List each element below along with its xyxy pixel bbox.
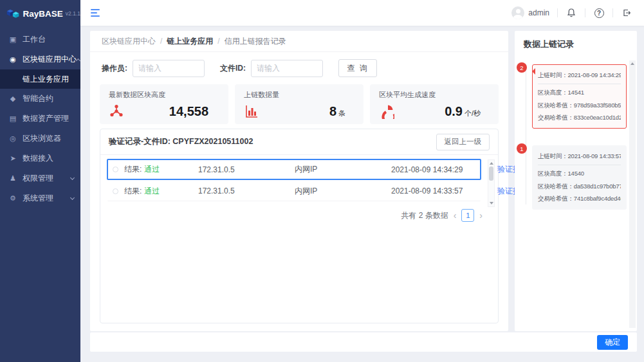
ip-type-cell: 内网IP <box>295 164 391 175</box>
ip-cell: 172.31.0.5 <box>198 165 295 174</box>
page-number[interactable]: 1 <box>461 209 474 222</box>
sidebar-item-label: 智能合约 <box>23 93 53 104</box>
table-row[interactable]: 结果: 通过 172.31.0.5 内网IP 2021-08-09 14:33:… <box>107 180 481 201</box>
sidebar-item-blockchain-center[interactable]: ◉ 区块链应用中心 <box>0 50 80 69</box>
next-page-icon[interactable]: › <box>479 210 483 221</box>
block-browser-icon: ◎ <box>8 134 17 143</box>
back-button[interactable]: 返回上一级 <box>436 134 490 150</box>
search-button[interactable]: 查 询 <box>338 59 377 77</box>
block-hash: 978d59a33f580b5f26... <box>574 101 621 109</box>
sidebar-item-label: 工作台 <box>23 34 46 45</box>
stat-card-block-height: 最新数据区块高度 <box>100 84 228 124</box>
file-id-input[interactable] <box>251 60 323 77</box>
brand-logo: RayBASE v2.1.1 <box>0 0 80 27</box>
chevron-up-icon <box>76 58 80 62</box>
sidebar-item-label: 数据资产管理 <box>23 113 69 124</box>
sidebar-item-label: 系统管理 <box>23 193 53 204</box>
result-status: 通过 <box>144 186 160 197</box>
chain-record-card[interactable]: 上链时间：2021-08-09 14:34:29 区块高度：14541 区块哈希… <box>532 64 627 129</box>
sidebar: RayBASE v2.1.1 ▣ 工作台 ◉ 区块链应用中心 链上业务应用 ◆ … <box>0 0 80 362</box>
bar-chart-icon <box>244 104 259 119</box>
data-asset-icon: ▤ <box>8 114 17 123</box>
chain-record: 2 上链时间：2021-08-09 14:34:29 区块高度：14541 区块… <box>532 64 627 129</box>
sidebar-item-block-browser[interactable]: ◎ 区块浏览器 <box>0 129 80 149</box>
sidebar-item-system[interactable]: ⚙ 系统管理 <box>0 188 80 208</box>
sidebar-item-permission[interactable]: ♟ 权限管理 <box>0 168 80 188</box>
workbench-icon: ▣ <box>8 35 17 44</box>
record-badge: 2 <box>517 62 527 73</box>
brand-name: RayBASE <box>23 9 63 19</box>
brand-version: v2.1.1 <box>66 10 80 17</box>
confirm-button[interactable]: 确定 <box>597 335 628 350</box>
breadcrumb-item[interactable]: 链上业务应用 <box>167 36 213 47</box>
ip-type-cell: 内网IP <box>295 186 391 197</box>
breadcrumb-item[interactable]: 区块链应用中心 <box>102 36 156 47</box>
scroll-thumb[interactable] <box>489 167 493 181</box>
chevron-down-icon <box>70 195 75 199</box>
chain-record-card[interactable]: 上链时间：2021-08-09 14:33:57 区块高度：14540 区块哈希… <box>532 145 627 210</box>
sidebar-item-label: 权限管理 <box>23 173 53 184</box>
prev-page-icon[interactable]: ‹ <box>454 210 457 221</box>
username: admin <box>528 8 549 17</box>
sidebar-menu: ▣ 工作台 ◉ 区块链应用中心 链上业务应用 ◆ 智能合约 ▤ 数据资产管理 ◎ <box>0 27 80 208</box>
block-hash: da538d1c97b0b7754... <box>574 182 621 190</box>
stat-card-data-count: 上链数据量 8条 <box>235 84 363 124</box>
block-height-icon <box>109 104 124 119</box>
chain-height: 14540 <box>568 169 584 177</box>
pie-chart-icon <box>379 104 394 119</box>
ip-cell: 172.31.0.5 <box>198 186 295 195</box>
sidebar-item-data-access[interactable]: ➤ 数据接入 <box>0 149 80 168</box>
sidebar-item-onchain-business[interactable]: 链上业务应用 <box>0 69 80 89</box>
sidebar-item-smart-contract[interactable]: ◆ 智能合约 <box>0 89 80 109</box>
chain-records-panel: 数据上链记录 2 上链时间：2021-08-09 14:34:29 区块高度：1… <box>515 31 637 331</box>
chain-height: 14541 <box>568 88 584 96</box>
avatar <box>511 6 524 19</box>
time-cell: 2021-08-09 14:33:57 <box>391 186 497 195</box>
breadcrumb: 区块链应用中心 / 链上业务应用 / 信用上链报告记录 <box>90 31 508 52</box>
stat-label: 上链数据量 <box>244 90 354 100</box>
verification-records-section: 验证记录-文件ID: CPYFZX20210511002 返回上一级 结果: 通… <box>100 129 499 323</box>
content: 区块链应用中心 / 链上业务应用 / 信用上链报告记录 操作员: 文件ID: 查… <box>80 26 644 362</box>
help-icon[interactable]: ? <box>593 7 605 19</box>
pagination-summary: 共有 2 条数据 <box>401 210 448 221</box>
stat-value: 8条 <box>329 104 345 119</box>
system-icon: ⚙ <box>8 194 17 203</box>
topbar-right: admin ? <box>511 6 632 19</box>
main-area: admin ? <box>80 0 644 362</box>
pagination: 共有 2 条数据 ‹ 1 › <box>100 201 498 222</box>
divider <box>557 8 558 17</box>
main-card: 区块链应用中心 / 链上业务应用 / 信用上链报告记录 操作员: 文件ID: 查… <box>90 31 508 331</box>
tx-hash: 833ce0eac10d1d233... <box>574 113 621 122</box>
result-cell: 结果: 通过 <box>108 186 198 197</box>
chain-record: 1 上链时间：2021-08-09 14:33:57 区块高度：14540 区块… <box>532 145 627 210</box>
panel-scrollbar[interactable] <box>629 60 636 328</box>
logout-icon[interactable] <box>621 7 632 19</box>
menu-collapse-icon[interactable] <box>91 9 100 17</box>
sidebar-item-workbench[interactable]: ▣ 工作台 <box>0 30 80 50</box>
topbar: admin ? <box>80 0 644 26</box>
chevron-down-icon <box>70 175 75 179</box>
user-menu[interactable]: admin <box>511 6 549 19</box>
data-access-icon: ➤ <box>8 154 17 163</box>
logo-cubes-icon <box>6 7 20 21</box>
divider <box>585 8 585 17</box>
scroll-up-icon[interactable] <box>490 162 493 165</box>
panel-title: 数据上链记录 <box>515 31 637 58</box>
sidebar-item-data-asset[interactable]: ▤ 数据资产管理 <box>0 109 80 129</box>
row-radio[interactable] <box>113 188 118 194</box>
sidebar-item-label: 区块浏览器 <box>23 133 61 144</box>
operator-input[interactable] <box>133 60 205 77</box>
footer-bar: 确定 <box>90 332 637 352</box>
bell-icon[interactable] <box>566 7 577 19</box>
scroll-down-icon[interactable] <box>490 202 493 204</box>
table-scrollbar[interactable] <box>488 159 495 207</box>
scroll-up-icon[interactable] <box>630 62 634 65</box>
row-radio[interactable] <box>113 167 118 172</box>
file-id-label: 文件ID: <box>220 63 246 74</box>
records-rows: 结果: 通过 172.31.0.5 内网IP 2021-08-09 14:34:… <box>100 155 498 201</box>
table-row[interactable]: 结果: 通过 172.31.0.5 内网IP 2021-08-09 14:34:… <box>107 159 481 180</box>
breadcrumb-separator: / <box>217 37 219 46</box>
stat-value: 0.9个/秒 <box>445 104 481 119</box>
sidebar-item-label: 数据接入 <box>23 153 53 164</box>
permission-icon: ♟ <box>8 174 17 183</box>
